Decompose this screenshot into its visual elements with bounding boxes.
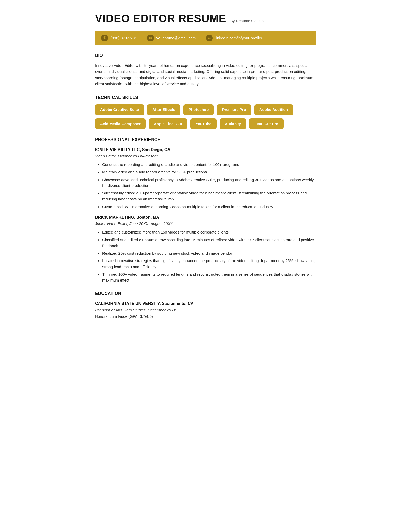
education-honors: Honors: cum laude (GPA: 3.7/4.0): [95, 314, 316, 320]
skill-premiere-pro: Premiere Pro: [217, 104, 251, 115]
education-section: EDUCATION CALIFORNIA STATE UNIVERSITY, S…: [95, 290, 316, 320]
skill-photoshop: Photoshop: [183, 104, 214, 115]
skill-apple-final-cut: Apple Final Cut: [149, 118, 187, 129]
job-2-company: BRICK MARKETING, Boston, MA: [95, 214, 316, 220]
skill-youtube: YouTube: [190, 118, 217, 129]
skill-audacity: Audacity: [220, 118, 246, 129]
job-1: IGNITE VISIBILITY LLC, San Diego, CA Vid…: [95, 147, 316, 210]
skill-final-cut-pro: FInal Cut Pro: [249, 118, 283, 129]
contact-phone: ✆ (998) 878-2234: [101, 35, 137, 41]
bio-section: BIO Innovative Video Editor with 5+ year…: [95, 52, 316, 87]
list-item: Maintain video and audio record archive …: [102, 169, 316, 175]
job-1-role: Video Editor, October 20XX–Present: [95, 153, 316, 159]
list-item: Realized 25% cost reduction by sourcing …: [102, 250, 316, 256]
skills-row-2: Avid Media Composer Apple Final Cut YouT…: [95, 118, 316, 129]
skill-avid-media-composer: Avid Media Composer: [95, 118, 146, 129]
job-2-role: Junior Video Editor, June 20XX–August 20…: [95, 221, 316, 227]
skill-adobe-creative-suite: Adobe Creative Suite: [95, 104, 144, 115]
list-item: Classified and edited 6+ hours of raw re…: [102, 237, 316, 249]
resume-title: VIDEO EDITOR RESUME: [95, 10, 226, 26]
job-2-bullets: Edited and customized more than 150 vide…: [95, 229, 316, 283]
education-section-label: EDUCATION: [95, 290, 316, 297]
resume-header: VIDEO EDITOR RESUME By Resume Genius: [95, 10, 316, 26]
list-item: Initiated innovative strategies that sig…: [102, 258, 316, 270]
list-item: Edited and customized more than 150 vide…: [102, 229, 316, 235]
experience-section: PROFESSIONAL EXPERIENCE IGNITE VISIBILIT…: [95, 136, 316, 283]
skill-after-effects: After Effects: [147, 104, 180, 115]
skills-section-label: TECHNICAL SKILLS: [95, 94, 316, 101]
list-item: Customized 35+ informative e-learning vi…: [102, 204, 316, 210]
list-item: Trimmed 100+ video fragments to required…: [102, 271, 316, 283]
job-1-company: IGNITE VISIBILITY LLC, San Diego, CA: [95, 147, 316, 153]
skills-grid: Adobe Creative Suite After Effects Photo…: [95, 104, 316, 129]
education-degree: Bachelor of Arts, Film Studies, December…: [95, 307, 316, 313]
linkedin-icon: in: [206, 35, 213, 41]
contact-bar: ✆ (998) 878-2234 ✉ your.name@gmail.com i…: [95, 31, 316, 45]
job-1-bullets: Conduct the recording and editing of aud…: [95, 162, 316, 210]
education-entry-1: CALIFORNIA STATE UNIVERSITY, Sacramento,…: [95, 301, 316, 320]
bio-text: Innovative Video Editor with 5+ years of…: [95, 62, 316, 87]
contact-email: ✉ your.name@gmail.com: [147, 35, 196, 41]
experience-section-label: PROFESSIONAL EXPERIENCE: [95, 136, 316, 143]
resume-byline: By Resume Genius: [230, 18, 264, 24]
skills-section: TECHNICAL SKILLS Adobe Creative Suite Af…: [95, 94, 316, 129]
list-item: Successfully edited a 10-part corporate …: [102, 190, 316, 202]
list-item: Conduct the recording and editing of aud…: [102, 162, 316, 167]
list-item: Showcase advanced technical proficiency …: [102, 177, 316, 189]
bio-section-label: BIO: [95, 52, 316, 59]
skills-row-1: Adobe Creative Suite After Effects Photo…: [95, 104, 316, 115]
email-icon: ✉: [147, 35, 154, 41]
job-2: BRICK MARKETING, Boston, MA Junior Video…: [95, 214, 316, 283]
phone-icon: ✆: [101, 35, 108, 41]
skill-adobe-audition: Adobe Audition: [254, 104, 293, 115]
contact-linkedin: in linkedin.com/in/your-profile/: [206, 35, 262, 41]
education-school: CALIFORNIA STATE UNIVERSITY, Sacramento,…: [95, 301, 316, 307]
